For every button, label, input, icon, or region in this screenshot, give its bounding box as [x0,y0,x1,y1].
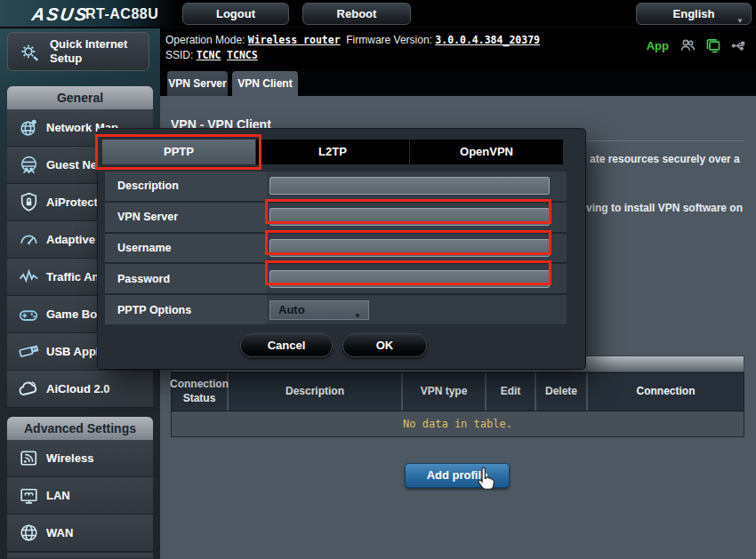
description-fragment-1: ate resources securely over a [590,153,740,165]
password-label: Password [105,264,267,293]
status-header: Operation Mode: Wireless router Firmware… [160,28,756,69]
sidebar-item-wan[interactable]: WAN [7,515,153,552]
router-admin-screen: ASUS RT-AC88U Logout Reboot English ▼ Op… [0,0,756,559]
description-input[interactable] [269,177,550,195]
general-section-header: General [7,86,153,109]
table-header-connection-status: Connection Status [172,373,229,411]
form-row-username: Username [105,234,567,263]
pptp-options-value: Auto [278,303,305,316]
ok-button[interactable]: OK [342,333,427,357]
language-dropdown[interactable]: English ▼ [636,3,752,25]
form-row-vpn-server: VPN Server [105,203,567,232]
top-bar: ASUS RT-AC88U Logout Reboot English ▼ [0,0,756,28]
sidebar-item-aicloud[interactable]: AiCloud 2.0 [7,371,153,408]
description-fragment-2: ving to install VPN software on [586,202,743,214]
description-label: Description [105,172,267,201]
username-label: Username [105,234,267,263]
ssid-link-2[interactable]: TCNCS [227,49,258,61]
vpn-client-table: Connection Status Description VPN type E… [171,372,744,437]
quick-internet-setup-button[interactable]: Quick Internet Setup [7,32,149,71]
game-boost-gamepad-icon [15,303,42,326]
network-map-icon [15,116,42,139]
vpn-profile-modal: PPTP L2TP OpenVPN Description VPN Server… [98,129,585,369]
ssid-row: SSID: TCNC TCNCS [165,49,258,61]
operation-mode: Operation Mode: Wireless router Firmware… [165,34,540,46]
add-profile-button[interactable]: Add profile [405,463,510,488]
usb-application-icon [15,340,42,363]
form-row-description: Description [105,172,567,201]
table-header-vpn-type: VPN type [403,373,487,411]
app-link[interactable]: App [647,39,669,52]
sidebar-item-partial[interactable] [7,553,153,559]
form-row-pptp-options: PPTP Options Auto ▼ [105,295,567,324]
table-header-edit: Edit [487,373,536,411]
router-model: RT-AC88U [85,6,158,22]
client-list-icon[interactable] [679,36,697,55]
modal-form: Description VPN Server Username [105,172,567,324]
connected-devices-icon[interactable] [704,36,722,55]
tab-vpn-client[interactable]: VPN Client [232,71,298,96]
wan-globe-icon [15,522,42,544]
operation-mode-link[interactable]: Wireless router [248,34,341,46]
logout-button[interactable]: Logout [182,3,289,25]
table-header-connection: Connection [588,373,744,411]
quick-internet-setup-label: Quick Internet Setup [50,37,143,67]
sidebar-item-lan[interactable]: LAN [7,477,153,515]
table-empty-text: No data in table. [403,418,512,430]
usb-status-icon[interactable] [730,37,749,54]
vpn-tab-strip: VPN Server VPN Client [160,69,756,96]
firmware-version-link[interactable]: 3.0.0.4.384_20379 [435,34,540,46]
modal-tab-l2tp[interactable]: L2TP [256,140,409,164]
vpn-server-label: VPN Server [105,203,267,232]
lan-port-icon [15,484,42,507]
pptp-options-select[interactable]: Auto ▼ [269,300,369,320]
asus-logo: ASUS [30,4,90,25]
wireless-signal-icon [15,447,42,469]
guest-network-icon [15,154,42,176]
vpn-server-input[interactable] [269,208,550,226]
select-arrow-icon: ▼ [354,307,361,325]
ssid-link-1[interactable]: TCNC [197,49,221,61]
reboot-button[interactable]: Reboot [302,3,411,25]
aicloud-cloud-icon [15,378,42,401]
form-row-password: Password [105,264,567,293]
traffic-analyzer-wave-icon [15,266,42,288]
table-header-row: Connection Status Description VPN type E… [171,372,744,411]
aiprotection-shield-icon [15,191,42,213]
modal-tab-pptp[interactable]: PPTP [102,140,255,164]
table-header-delete: Delete [536,373,588,411]
sidebar-item-wireless[interactable]: Wireless [7,440,153,477]
cancel-button[interactable]: Cancel [240,333,333,357]
username-input[interactable] [269,239,550,257]
advanced-settings-section-header: Advanced Settings [7,417,153,440]
password-input[interactable] [269,270,550,288]
adaptive-qos-gauge-icon [15,228,42,251]
quick-setup-gear-icon [16,40,43,63]
modal-tab-openvpn[interactable]: OpenVPN [410,140,563,164]
table-header-description: Description [229,373,403,411]
tab-vpn-server[interactable]: VPN Server [167,71,228,96]
pptp-options-label: PPTP Options [105,295,267,324]
table-empty-row: No data in table. [171,411,744,437]
language-value: English [673,7,715,20]
